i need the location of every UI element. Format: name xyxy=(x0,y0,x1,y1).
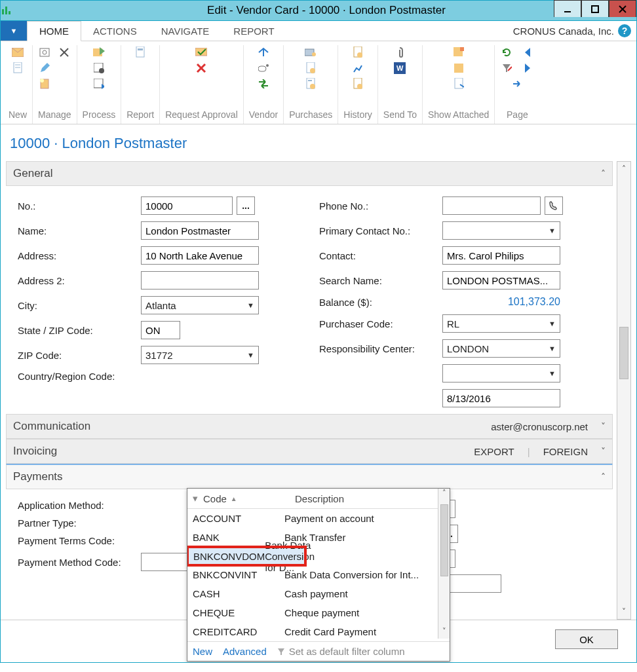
svg-rect-2 xyxy=(9,11,10,14)
reject-icon[interactable] xyxy=(195,62,208,74)
attach-icon[interactable] xyxy=(393,47,406,58)
dropdown-row-code: CREDITCARD xyxy=(193,626,284,637)
balance-value[interactable]: 101,373.20 xyxy=(442,296,560,308)
ok-button[interactable]: OK xyxy=(555,629,618,649)
svg-point-36 xyxy=(357,52,362,58)
attached-icon-1[interactable] xyxy=(452,47,465,58)
dropdown-row-desc: Cash payment xyxy=(284,588,348,599)
vendor-icon-3[interactable] xyxy=(257,78,270,90)
search-name-field[interactable] xyxy=(442,271,560,289)
date-field[interactable] xyxy=(442,389,560,407)
address2-field[interactable] xyxy=(141,271,259,289)
tab-navigate[interactable]: NAVIGATE xyxy=(149,21,222,41)
svg-text:W: W xyxy=(396,64,404,72)
tab-report[interactable]: REPORT xyxy=(222,21,286,41)
city-select[interactable]: Atlanta▼ xyxy=(141,296,259,314)
purch-icon-1[interactable] xyxy=(304,47,317,58)
svg-point-19 xyxy=(99,68,104,73)
delete-icon[interactable] xyxy=(58,47,71,58)
dropdown-row[interactable]: CASHCash payment xyxy=(187,584,450,603)
dropdown-row[interactable]: BANKBank Transfer xyxy=(187,528,450,547)
fasttab-communication[interactable]: Communication aster@cronuscorp.net ˅ xyxy=(6,414,613,439)
name-field[interactable] xyxy=(141,221,259,240)
filter-icon[interactable]: ▾ xyxy=(193,493,203,504)
dropdown-row[interactable]: CREDITCARDCredit Card Payment xyxy=(187,622,450,641)
approve-icon[interactable] xyxy=(195,47,208,58)
svg-point-16 xyxy=(40,79,44,83)
zip-select[interactable]: 31772▼ xyxy=(141,346,259,364)
purch-icon-2[interactable] xyxy=(304,62,317,74)
window-title: Edit - Vendor Card - 10000 · London Post… xyxy=(16,4,636,17)
purchaser-select[interactable]: RL▼ xyxy=(442,314,560,333)
tab-actions[interactable]: ACTIONS xyxy=(81,21,149,41)
phone-dial-button[interactable] xyxy=(545,196,563,215)
new-mail-icon[interactable] xyxy=(11,47,24,58)
vendor-icon-1[interactable] xyxy=(257,47,270,58)
no-lookup-button[interactable]: ... xyxy=(237,196,255,215)
dropdown-new-link[interactable]: New xyxy=(193,646,212,657)
contact-field[interactable] xyxy=(442,246,560,265)
word-icon[interactable]: W xyxy=(393,62,406,74)
ribbon-group-purchases: Purchases xyxy=(284,45,338,124)
minimize-button[interactable] xyxy=(554,0,581,17)
page-scrollbar[interactable]: ˄ ˅ xyxy=(617,161,631,620)
next-icon[interactable] xyxy=(521,62,534,74)
fasttab-invoicing[interactable]: Invoicing EXPORT | FOREIGN ˅ xyxy=(6,439,613,464)
hist-icon-2[interactable] xyxy=(351,62,364,74)
collapse-icon: ˄ xyxy=(601,168,606,179)
address-field[interactable] xyxy=(141,246,259,265)
sort-asc-icon: ▲ xyxy=(231,495,237,502)
dropdown-header-desc[interactable]: Description xyxy=(295,493,344,504)
prev-icon[interactable] xyxy=(521,47,534,58)
primary-contact-select[interactable]: ▼ xyxy=(442,221,560,240)
svg-rect-22 xyxy=(138,48,143,50)
phone-field[interactable] xyxy=(442,196,541,215)
svg-rect-34 xyxy=(308,80,312,81)
dropdown-row[interactable]: ACCOUNTPayment on account xyxy=(187,509,450,528)
scrollbar-thumb[interactable] xyxy=(619,327,628,379)
maximize-button[interactable] xyxy=(581,0,609,17)
dropdown-row[interactable]: BNKCONVINTBank Data Conversion for Int..… xyxy=(187,565,450,584)
fasttab-general[interactable]: General ˄ xyxy=(6,161,613,186)
dropdown-row-code: BNKCONVDOM xyxy=(193,551,265,562)
window-frame: Edit - Vendor Card - 10000 · London Post… xyxy=(0,0,637,663)
filter-icon[interactable] xyxy=(500,62,513,74)
attached-icon-2[interactable] xyxy=(452,62,465,74)
svg-rect-20 xyxy=(94,79,103,88)
dropdown-scrollbar[interactable]: ˄ ˅ xyxy=(438,489,450,639)
refresh-icon[interactable] xyxy=(500,47,513,58)
dropdown-header-code[interactable]: Code xyxy=(203,493,227,504)
process-icon-3[interactable] xyxy=(92,78,106,90)
state-field[interactable] xyxy=(141,321,180,339)
process-icon-2[interactable] xyxy=(92,62,106,74)
dropdown-row-desc: Bank Data Conversion for D... xyxy=(265,540,315,573)
scrollbar-thumb[interactable] xyxy=(440,504,448,576)
process-icon-1[interactable] xyxy=(92,47,106,58)
svg-point-12 xyxy=(43,50,47,54)
edit-icon[interactable] xyxy=(38,62,51,74)
svg-point-27 xyxy=(266,64,269,67)
dropdown-row[interactable]: CHEQUECheque payment xyxy=(187,603,450,622)
tab-home[interactable]: HOME xyxy=(27,21,81,41)
new-doc-icon[interactable] xyxy=(11,62,24,74)
collapse-icon: ˄ xyxy=(601,472,606,482)
hist-icon-3[interactable] xyxy=(351,78,364,90)
dropdown-row[interactable]: BNKCONVDOMBank Data Conversion for D... xyxy=(187,547,305,565)
help-icon[interactable]: ? xyxy=(618,24,631,37)
fasttab-payments[interactable]: Payments ˄ xyxy=(6,464,613,489)
hist-icon-1[interactable] xyxy=(351,47,364,58)
svg-rect-44 xyxy=(455,78,463,88)
purch-icon-3[interactable] xyxy=(304,78,317,90)
goto-icon[interactable] xyxy=(511,78,524,90)
app-menu-button[interactable]: ▼ xyxy=(1,21,27,41)
report-icon[interactable] xyxy=(134,47,147,58)
view-icon[interactable] xyxy=(38,47,51,58)
new-item-icon[interactable] xyxy=(38,78,51,90)
no-field[interactable] xyxy=(141,196,233,215)
extra-select[interactable]: ▼ xyxy=(442,364,560,383)
attached-icon-3[interactable] xyxy=(452,78,465,90)
dropdown-advanced-link[interactable]: Advanced xyxy=(223,646,267,657)
vendor-icon-2[interactable] xyxy=(257,62,270,74)
close-button[interactable] xyxy=(609,0,636,17)
responsibility-select[interactable]: LONDON▼ xyxy=(442,339,560,358)
